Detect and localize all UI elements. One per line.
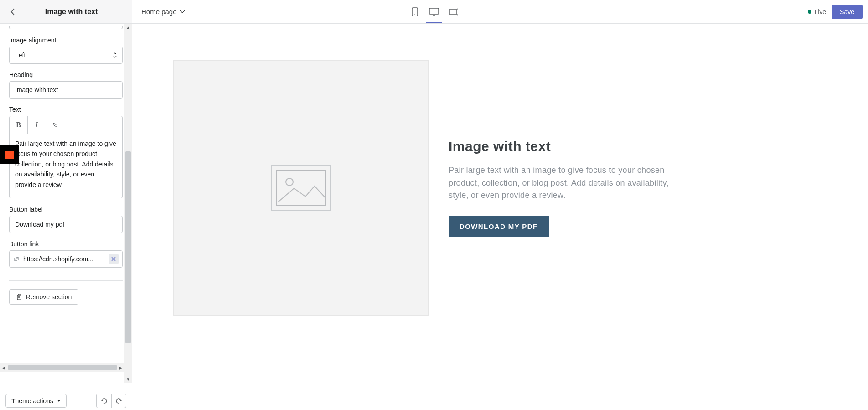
sidebar-content: Image alignment Left Heading Text B bbox=[0, 24, 132, 314]
preview-area[interactable]: Image with text Pair large text with an … bbox=[132, 24, 868, 410]
mobile-view-button[interactable] bbox=[410, 1, 420, 23]
italic-button[interactable]: I bbox=[28, 116, 46, 134]
richtext-editor: B I Pair large text with an image to giv… bbox=[9, 116, 123, 198]
svg-rect-3 bbox=[450, 10, 457, 14]
heading-group: Heading bbox=[9, 71, 123, 99]
sidebar-scroll[interactable]: Image alignment Left Heading Text B bbox=[0, 24, 132, 391]
remove-section-label: Remove section bbox=[26, 293, 72, 301]
svg-point-1 bbox=[414, 14, 415, 15]
scroll-down-icon[interactable]: ▼ bbox=[124, 375, 132, 383]
select-chevron-icon bbox=[113, 52, 117, 58]
chevron-down-icon bbox=[180, 10, 185, 14]
heading-label: Heading bbox=[9, 71, 123, 78]
scroll-left-icon[interactable]: ◀ bbox=[0, 364, 7, 371]
svg-rect-2 bbox=[429, 8, 439, 14]
scroll-right-icon[interactable]: ▶ bbox=[117, 364, 124, 371]
text-group: Text B I Pair large text with an image t… bbox=[9, 106, 123, 198]
link-button[interactable] bbox=[46, 116, 64, 134]
topbar-left: Image with text bbox=[0, 0, 132, 23]
mobile-icon bbox=[412, 7, 418, 16]
scroll-thumb-h[interactable] bbox=[8, 365, 117, 370]
clear-link-button[interactable] bbox=[108, 254, 119, 264]
desktop-view-button[interactable] bbox=[429, 1, 439, 23]
richtext-toolbar: B I bbox=[10, 116, 122, 134]
external-link-icon bbox=[13, 256, 20, 262]
undo-redo-group bbox=[96, 394, 126, 408]
redo-button[interactable] bbox=[111, 394, 126, 408]
scroll-thumb-v[interactable] bbox=[125, 151, 131, 343]
image-input-partial[interactable] bbox=[9, 26, 123, 29]
svg-rect-4 bbox=[276, 171, 326, 205]
image-alignment-label: Image alignment bbox=[9, 36, 123, 44]
link-icon bbox=[52, 121, 59, 129]
caret-down-icon bbox=[57, 400, 61, 402]
bold-button[interactable]: B bbox=[10, 116, 28, 134]
svg-point-5 bbox=[286, 178, 293, 186]
preview-image-placeholder bbox=[173, 60, 429, 316]
richtext-content[interactable]: Pair large text with an image to give fo… bbox=[10, 134, 122, 198]
divider bbox=[9, 280, 123, 281]
remove-section-button[interactable]: Remove section bbox=[9, 289, 78, 305]
button-label-label: Button label bbox=[9, 206, 123, 213]
page-selector[interactable]: Home page bbox=[141, 8, 185, 16]
live-label: Live bbox=[814, 8, 826, 16]
topbar-right: Live Save bbox=[808, 5, 863, 19]
button-label-group: Button label bbox=[9, 206, 123, 233]
sidebar: Image alignment Left Heading Text B bbox=[0, 24, 132, 410]
fullwidth-view-button[interactable] bbox=[448, 1, 458, 23]
button-link-input[interactable]: https://cdn.shopify.com... bbox=[9, 250, 123, 268]
save-button[interactable]: Save bbox=[832, 5, 863, 19]
fullwidth-icon bbox=[448, 8, 458, 16]
preview-body: Pair large text with an image to give fo… bbox=[449, 164, 686, 202]
image-alignment-select[interactable]: Left bbox=[9, 47, 123, 64]
trash-icon bbox=[16, 294, 22, 300]
button-link-group: Button link https://cdn.shopify.com... bbox=[9, 240, 123, 268]
live-dot-icon bbox=[808, 10, 811, 14]
section-title: Image with text bbox=[18, 8, 124, 16]
topbar: Image with text Home page Live Save bbox=[0, 0, 868, 24]
sidebar-scrollbar-vertical[interactable]: ▲ ▼ bbox=[124, 24, 132, 383]
theme-actions-button[interactable]: Theme actions bbox=[5, 394, 67, 408]
undo-button[interactable] bbox=[97, 394, 111, 408]
desktop-icon bbox=[429, 8, 439, 16]
device-switcher bbox=[410, 0, 458, 23]
back-button[interactable] bbox=[7, 6, 18, 17]
button-label-input[interactable] bbox=[9, 216, 123, 233]
undo-icon bbox=[100, 398, 108, 404]
chevron-left-icon bbox=[10, 8, 15, 16]
page-selector-label: Home page bbox=[141, 8, 177, 16]
recording-indicator[interactable] bbox=[0, 145, 19, 164]
sidebar-scrollbar-horizontal[interactable]: ◀ ▶ bbox=[0, 363, 124, 372]
text-label: Text bbox=[9, 106, 123, 113]
preview-text-column: Image with text Pair large text with an … bbox=[449, 139, 686, 238]
button-link-value: https://cdn.shopify.com... bbox=[23, 255, 105, 263]
button-link-label: Button link bbox=[9, 240, 123, 248]
heading-input[interactable] bbox=[9, 81, 123, 99]
image-placeholder-icon bbox=[271, 165, 331, 211]
sidebar-footer: Theme actions bbox=[0, 391, 132, 410]
theme-actions-label: Theme actions bbox=[11, 397, 53, 405]
preview-button[interactable]: DOWNLOAD MY PDF bbox=[449, 216, 549, 237]
main: Image alignment Left Heading Text B bbox=[0, 24, 868, 410]
preview-section: Image with text Pair large text with an … bbox=[132, 24, 868, 352]
scroll-up-icon[interactable]: ▲ bbox=[124, 24, 132, 31]
record-icon bbox=[5, 151, 14, 159]
preview-heading: Image with text bbox=[449, 139, 686, 154]
image-alignment-value: Left bbox=[15, 52, 26, 59]
image-alignment-group: Image alignment Left bbox=[9, 36, 123, 64]
redo-icon bbox=[115, 398, 123, 404]
close-icon bbox=[111, 257, 116, 261]
live-indicator: Live bbox=[808, 8, 826, 16]
